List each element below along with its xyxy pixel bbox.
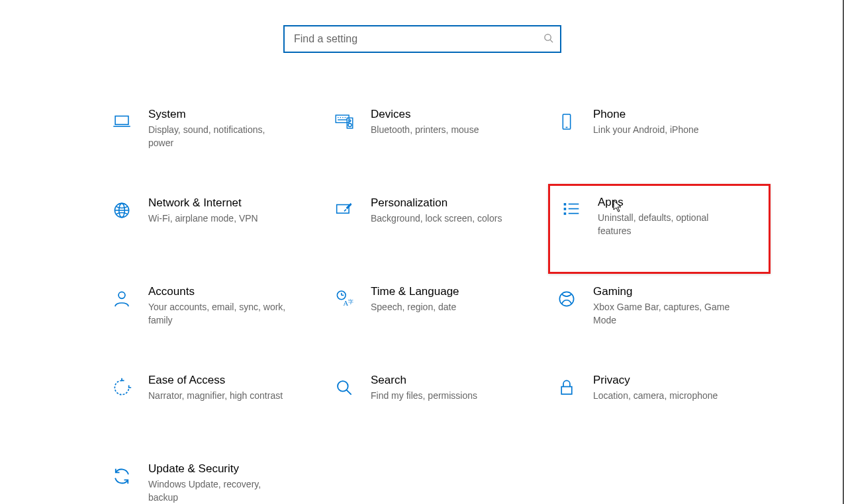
tile-personalization[interactable]: Personalization Background, lock screen,… <box>330 188 548 274</box>
tile-network[interactable]: Network & Internet Wi-Fi, airplane mode,… <box>107 188 326 274</box>
tile-desc: Location, camera, microphone <box>593 389 718 402</box>
svg-text:字: 字 <box>348 299 353 305</box>
tile-desc: Link your Android, iPhone <box>593 123 699 136</box>
tile-title: Network & Internet <box>148 196 258 210</box>
tile-desc: Speech, region, date <box>371 300 459 314</box>
tile-update-security[interactable]: Update & Security Windows Update, recove… <box>107 454 326 504</box>
svg-point-11 <box>349 120 351 122</box>
apps-list-icon <box>557 195 586 224</box>
tile-title: Phone <box>593 107 699 122</box>
globe-icon <box>107 196 136 225</box>
svg-rect-35 <box>561 387 572 394</box>
tile-desc: Bluetooth, printers, mouse <box>371 123 479 136</box>
tile-title: Accounts <box>148 284 289 299</box>
ease-of-access-icon <box>107 373 136 402</box>
laptop-icon <box>107 107 136 136</box>
tile-title: Personalization <box>371 196 502 210</box>
tile-system[interactable]: System Display, sound, notifications, po… <box>107 99 326 185</box>
settings-grid: System Display, sound, notifications, po… <box>107 99 769 504</box>
paintbrush-icon <box>330 196 359 225</box>
clock-language-icon: A 字 <box>330 284 359 314</box>
svg-rect-21 <box>564 208 567 210</box>
tile-desc: Narrator, magnifier, high contrast <box>148 389 283 402</box>
tile-title: Devices <box>371 107 479 122</box>
tile-desc: Display, sound, notifications, power <box>148 123 289 149</box>
phone-icon <box>552 107 581 136</box>
tile-search[interactable]: Search Find my files, permissions <box>330 365 548 451</box>
tile-title: Ease of Access <box>148 373 283 388</box>
settings-window: System Display, sound, notifications, po… <box>0 0 844 504</box>
tile-title: Time & Language <box>371 284 459 299</box>
person-icon <box>107 284 136 314</box>
svg-point-26 <box>118 292 125 298</box>
svg-rect-20 <box>564 203 567 206</box>
svg-point-12 <box>348 123 352 126</box>
svg-point-33 <box>338 381 348 392</box>
tile-accounts[interactable]: Accounts Your accounts, email, sync, wor… <box>107 276 326 362</box>
tile-gaming[interactable]: Gaming Xbox Game Bar, captures, Game Mod… <box>552 276 771 362</box>
tile-ease-of-access[interactable]: Ease of Access Narrator, magnifier, high… <box>107 365 326 451</box>
tile-desc: Find my files, permissions <box>371 389 477 402</box>
tile-title: System <box>148 107 289 122</box>
magnifier-icon <box>330 373 359 402</box>
search-container <box>283 25 561 53</box>
tile-apps[interactable]: Apps Uninstall, defaults, optional featu… <box>548 184 771 274</box>
xbox-icon <box>552 284 581 314</box>
tile-desc: Windows Update, recovery, backup <box>148 478 289 504</box>
tile-devices[interactable]: Devices Bluetooth, printers, mouse <box>330 99 548 185</box>
tile-title: Gaming <box>593 284 733 299</box>
keyboard-speaker-icon <box>330 107 359 136</box>
search-input[interactable] <box>283 25 561 53</box>
lock-icon <box>552 373 581 402</box>
tile-title: Privacy <box>593 373 718 388</box>
tile-desc: Background, lock screen, colors <box>371 212 502 225</box>
svg-rect-22 <box>564 212 567 215</box>
tile-phone[interactable]: Phone Link your Android, iPhone <box>552 99 771 185</box>
tile-title: Update & Security <box>148 462 289 476</box>
tile-desc: Xbox Game Bar, captures, Game Mode <box>593 300 733 327</box>
sync-icon <box>107 462 136 491</box>
tile-time-language[interactable]: A 字 Time & Language Speech, region, date <box>330 276 548 362</box>
tile-title: Search <box>371 373 477 388</box>
tile-title: Apps <box>598 195 738 210</box>
tile-desc: Uninstall, defaults, optional features <box>598 211 738 237</box>
svg-line-34 <box>347 390 352 395</box>
svg-rect-2 <box>115 116 128 125</box>
tile-desc: Your accounts, email, sync, work, family <box>148 300 289 327</box>
svg-line-19 <box>344 210 346 212</box>
svg-point-32 <box>559 292 573 306</box>
tile-desc: Wi-Fi, airplane mode, VPN <box>148 212 258 225</box>
tile-privacy[interactable]: Privacy Location, camera, microphone <box>552 365 771 451</box>
